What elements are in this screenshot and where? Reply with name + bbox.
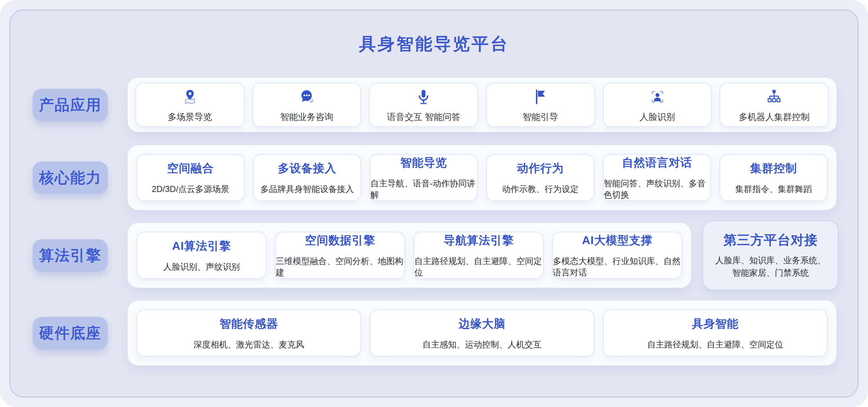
card-subtitle: 集群指令、集群舞蹈 [735,183,812,195]
microphone-icon [415,87,432,106]
capability-card: 多设备接入 多品牌具身智能设备接入 [253,154,361,201]
app-card-label: 语音交互 智能问答 [387,111,460,123]
capability-card: 动作行为 动作示教、行为设定 [486,154,594,201]
card-subtitle: 深度相机、激光雷达、麦克风 [194,339,304,350]
hardware-card: 边缘大脑 自主感知、运动控制、人机交互 [370,309,594,357]
row-label-algorithm-engines: 算法引擎 [33,239,108,272]
card-title: 空间融合 [167,161,214,176]
card-subtitle: 自主感知、运动控制、人机交互 [422,339,542,350]
app-card-voice-qa: 语音交互 智能问答 [369,83,478,127]
app-card-label: 多场景导览 [168,111,212,123]
row-tray: 多场景导览 智能业务咨询 [128,78,836,132]
row-tray: AI算法引擎 人脸识别、声纹识别 空间数据引擎 三维模型融合、空间分析、地图构建… [128,223,691,288]
row-algorithm-engines: 算法引擎 AI算法引擎 人脸识别、声纹识别 空间数据引擎 三维模型融合、空间分析… [0,223,868,288]
engine-card: AI大模型支撑 多模态大模型、行业知识库、自然语言对话 [552,232,682,279]
app-card-business-consult: 智能业务咨询 [252,83,362,127]
card-title: 智能传感器 [220,316,278,332]
face-scan-icon [649,87,666,106]
app-card-label: 人脸识别 [640,111,675,123]
card-title: 导航算法引擎 [444,233,514,248]
engine-card: 空间数据引擎 三维模型融合、空间分析、地图构建 [275,232,405,279]
card-title: 多设备接入 [278,161,336,176]
page-title: 具身智能导览平台 [0,33,868,55]
row-tray: 智能传感器 深度相机、激光雷达、麦克风 边缘大脑 自主感知、运动控制、人机交互 … [128,301,836,365]
card-title: 边缘大脑 [459,316,505,332]
card-subtitle: 自主路径规划、自主避障、空间定位 [414,255,543,278]
row-hardware-base: 硬件底座 智能传感器 深度相机、激光雷达、麦克风 边缘大脑 自主感知、运动控制、… [0,301,868,365]
card-subtitle: 2D/3D/点云多源场景 [152,183,229,195]
card-subtitle-line2: 智能家居、门禁系统 [732,268,809,277]
row-tray: 空间融合 2D/3D/点云多源场景 多设备接入 多品牌具身智能设备接入 智能导览… [128,145,836,210]
engine-card: 导航算法引擎 自主路径规划、自主避障、空间定位 [414,232,544,279]
card-title: AI大模型支撑 [582,233,653,248]
row-label-hardware-base: 硬件底座 [33,317,108,350]
row-product-applications: 产品应用 多场景导览 [0,78,868,132]
capability-card: 智能导览 自主导航、语音-动作协同讲解 [370,154,478,201]
row-core-capabilities: 核心能力 空间融合 2D/3D/点云多源场景 多设备接入 多品牌具身智能设备接入… [0,145,868,210]
chat-bubble-icon [298,87,316,106]
card-title: 第三方平台对接 [723,231,818,249]
capability-card: 空间融合 2D/3D/点云多源场景 [136,154,245,201]
card-title: 自然语言对话 [622,155,692,171]
platform-diagram: 具身智能导览平台 产品应用 多场景导览 [0,0,868,407]
card-subtitle: 人脸识别、声纹识别 [163,261,240,273]
card-title: 空间数据引擎 [305,233,375,248]
hardware-card: 智能传感器 深度相机、激光雷达、麦克风 [136,309,361,357]
app-card-face-recognition: 人脸识别 [603,83,712,127]
app-card-label: 智能业务咨询 [280,111,334,123]
map-pin-icon [181,87,199,106]
app-card-multi-scene-tour: 多场景导览 [135,83,245,127]
cluster-icon [765,87,783,106]
engine-card: AI算法引擎 人脸识别、声纹识别 [136,232,267,279]
third-party-platform-card: 第三方平台对接 人脸库、知识库、业务系统、 智能家居、门禁系统 [702,220,839,290]
flag-icon [532,87,549,106]
app-card-label: 多机器人集群控制 [739,111,810,123]
app-card-smart-guide: 智能引导 [486,83,595,127]
card-subtitle: 动作示教、行为设定 [502,183,579,195]
card-title: 集群控制 [750,161,797,176]
card-subtitle: 三维模型融合、空间分析、地图构建 [276,255,404,278]
card-subtitle: 智能问答、声纹识别、多音色切换 [604,178,710,200]
row-label-product-applications: 产品应用 [33,89,108,121]
app-card-label: 智能引导 [523,111,558,123]
row-label-core-capabilities: 核心能力 [33,161,108,194]
card-title: AI算法引擎 [172,238,231,254]
hardware-card: 具身智能 自主路径规划、自主避障、空间定位 [603,309,828,357]
card-subtitle: 自主路径规划、自主避障、空间定位 [647,339,783,350]
capability-card: 自然语言对话 智能问答、声纹识别、多音色切换 [603,154,711,201]
card-subtitle: 人脸库、知识库、业务系统、 智能家居、门禁系统 [715,254,826,279]
app-card-multi-robot-control: 多机器人集群控制 [719,83,829,127]
capability-card: 集群控制 集群指令、集群舞蹈 [719,154,828,201]
card-subtitle-line1: 人脸库、知识库、业务系统、 [715,255,826,265]
card-subtitle: 多模态大模型、行业知识库、自然语言对话 [553,255,682,278]
card-title: 智能导览 [401,155,447,171]
card-subtitle: 多品牌具身智能设备接入 [261,183,354,195]
card-title: 具身智能 [692,316,739,332]
card-title: 动作行为 [517,161,564,176]
card-subtitle: 自主导航、语音-动作协同讲解 [370,178,477,200]
